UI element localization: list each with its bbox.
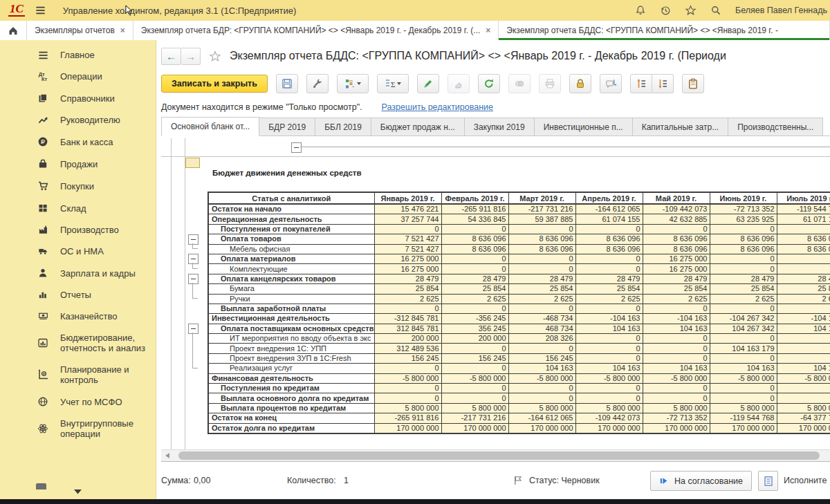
cell[interactable]: 5 800 000 xyxy=(508,403,575,413)
cell[interactable]: 25 854 xyxy=(643,284,710,294)
cell[interactable]: 0 xyxy=(374,224,441,234)
cell[interactable]: 8 636 096 xyxy=(710,244,777,254)
cell[interactable]: 104 163 xyxy=(777,364,830,373)
row-label[interactable]: ИТ мероприятия по вводу объекта в экс xyxy=(208,334,374,344)
cell[interactable]: 468 734 xyxy=(508,324,575,333)
sidebar-item-12[interactable]: Отчеты xyxy=(0,284,156,306)
cell[interactable]: 0 xyxy=(710,334,777,344)
column-header[interactable]: Июль 2019 г. xyxy=(777,192,830,204)
cell[interactable]: -5 800 000 xyxy=(710,373,777,383)
send-for-approval-button[interactable]: На согласование xyxy=(650,471,752,491)
sidebar-item-8[interactable]: Склад xyxy=(0,197,156,219)
cell[interactable]: -164 612 065 xyxy=(508,413,575,423)
cell[interactable]: 61 074 155 xyxy=(575,214,643,224)
row-group-collapse[interactable] xyxy=(188,254,199,264)
row-group-collapse[interactable] xyxy=(188,234,199,245)
row-label[interactable]: Остаток на конец xyxy=(208,413,374,423)
cell[interactable]: 0 xyxy=(777,384,830,393)
cell[interactable]: 2 625 xyxy=(508,294,575,304)
cell[interactable]: 0 xyxy=(575,304,643,313)
cell[interactable]: 0 xyxy=(777,224,830,234)
totals-button[interactable]: Σ xyxy=(377,74,409,93)
cell[interactable]: -104 163 xyxy=(575,314,643,324)
cell[interactable]: 8 636 096 xyxy=(575,244,643,254)
cell[interactable]: 104 163 xyxy=(710,364,777,373)
cell[interactable]: 0 xyxy=(441,254,508,263)
cell[interactable]: 170 000 000 xyxy=(575,423,643,433)
cell[interactable]: -72 713 352 xyxy=(643,413,710,423)
cell[interactable]: 0 xyxy=(710,393,777,403)
cell[interactable]: -109 442 073 xyxy=(643,204,710,214)
cell[interactable]: -164 612 065 xyxy=(575,204,643,214)
cell[interactable]: 104 163 xyxy=(643,324,710,333)
cell[interactable]: -119 544 768 xyxy=(777,204,830,214)
cell[interactable]: 8 636 096 xyxy=(643,234,710,244)
home-tab[interactable] xyxy=(0,21,27,40)
cell[interactable]: 8 636 096 xyxy=(508,234,575,244)
settings-button[interactable] xyxy=(306,74,329,93)
notifications-bell-icon[interactable] xyxy=(635,5,646,16)
cell[interactable]: 28 479 xyxy=(508,274,575,283)
budget-table[interactable]: Статья с аналитикойЯнварь 2019 г.Февраль… xyxy=(208,192,830,434)
row-label[interactable]: Бумага xyxy=(208,284,374,294)
sidebar-item-3[interactable]: Справочники xyxy=(0,87,156,109)
cell[interactable]: 0 xyxy=(508,264,575,274)
cell[interactable]: -265 911 816 xyxy=(441,204,508,214)
cell[interactable]: 0 xyxy=(575,334,643,344)
cell[interactable]: 59 387 885 xyxy=(508,214,575,224)
cell[interactable]: 16 275 000 xyxy=(643,254,710,263)
spreadsheet[interactable]: Бюджет движения денежных средств Статья … xyxy=(161,138,830,461)
sidebar-item-11[interactable]: Зарплата и кадры xyxy=(0,262,156,284)
edit-button[interactable] xyxy=(417,74,439,93)
approval-list-button[interactable] xyxy=(758,471,778,491)
main-menu-icon[interactable] xyxy=(35,6,46,15)
horizontal-scrollbar[interactable] xyxy=(161,449,830,461)
cell[interactable]: 5 800 000 xyxy=(777,403,830,413)
cell[interactable]: 0 xyxy=(643,224,710,234)
cell[interactable]: 25 854 xyxy=(575,284,643,294)
row-label[interactable]: Поступления от покупателей xyxy=(208,224,374,234)
sidebar-item-14[interactable]: Бюджетирование, отчетность и анализ xyxy=(0,327,156,359)
cell[interactable]: 5 800 000 xyxy=(441,403,508,413)
cell[interactable]: 0 xyxy=(643,304,710,313)
cell[interactable]: 104 267 342 xyxy=(710,324,777,333)
sidebar-item-17[interactable]: Внутригрупповые операции xyxy=(0,413,156,445)
cell[interactable]: 0 xyxy=(441,344,508,353)
cell[interactable]: 0 xyxy=(710,224,777,234)
cell[interactable]: 2 625 xyxy=(710,294,777,304)
cell[interactable]: 8 636 096 xyxy=(575,234,643,244)
cell[interactable]: 0 xyxy=(777,393,830,403)
row-label[interactable]: Оплата поставщикам основных средств xyxy=(208,324,374,333)
cell[interactable]: 0 xyxy=(508,384,575,393)
cell[interactable]: 2 625 xyxy=(777,294,830,304)
cell[interactable]: -5 800 000 xyxy=(441,373,508,383)
cell[interactable]: 0 xyxy=(441,264,508,274)
column-header[interactable]: Статья с аналитикой xyxy=(208,192,374,204)
scroll-left-arrow[interactable] xyxy=(163,451,172,460)
cell[interactable]: 104 163 xyxy=(508,364,575,373)
row-label[interactable]: Оплата материалов xyxy=(208,254,374,263)
save-and-close-button[interactable]: Записать и закрыть xyxy=(161,75,268,93)
row-label[interactable]: Выплата процентов по кредитам xyxy=(208,403,374,413)
cell[interactable]: 28 479 xyxy=(575,274,643,283)
cell[interactable]: -5 800 000 xyxy=(374,373,441,383)
cell[interactable]: -217 731 216 xyxy=(508,204,575,214)
cell[interactable]: 8 636 096 xyxy=(777,234,830,244)
row-label[interactable]: Остаток на начало xyxy=(208,204,374,214)
column-header[interactable]: Апрель 2019 г. xyxy=(575,192,643,204)
sidebar-item-4[interactable]: Руководителю xyxy=(0,109,156,131)
cell[interactable]: 16 275 000 xyxy=(643,264,710,274)
cell[interactable]: 0 xyxy=(575,344,643,353)
cell[interactable]: -119 544 768 xyxy=(710,413,777,423)
cell[interactable]: 312 845 781 xyxy=(374,324,441,333)
allow-edit-link[interactable]: Разрешить редактирование xyxy=(382,102,493,112)
close-tab-icon[interactable]: × xyxy=(120,26,125,35)
row-label[interactable]: Мебель офисная xyxy=(208,244,374,254)
cell[interactable]: 0 xyxy=(508,304,575,313)
search-icon[interactable] xyxy=(710,5,721,16)
cell[interactable]: 0 xyxy=(777,353,830,363)
cell[interactable]: 5 800 000 xyxy=(374,403,441,413)
cell[interactable]: 15 476 221 xyxy=(374,204,441,214)
cell[interactable]: 170 000 000 xyxy=(508,423,575,433)
report-structure-button[interactable] xyxy=(337,74,369,93)
